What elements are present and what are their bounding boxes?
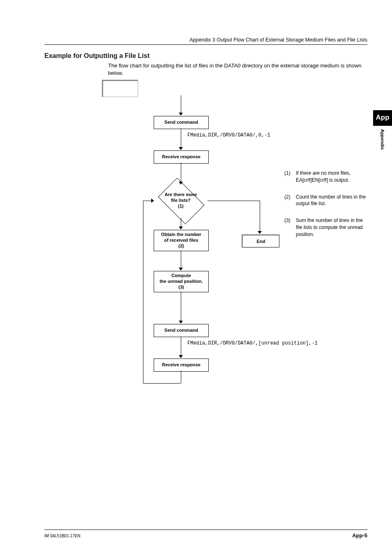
note-num: (1) (284, 170, 296, 184)
flow-code-1: FMedia,DIR,/DRV0/DATA0/,0,-1 (187, 132, 270, 138)
side-tab: App Appendix (373, 110, 392, 151)
connector (181, 95, 181, 113)
flow-receive-response-2: Receive response (154, 358, 209, 372)
connector (181, 218, 181, 227)
arrow-down-icon (179, 147, 183, 150)
note-text: Count the number of lines in the output … (296, 194, 367, 208)
flow-compute: Computethe unread position.(3) (154, 271, 209, 292)
arrow-down-icon (179, 321, 183, 324)
note-num: (2) (284, 194, 296, 208)
flow-notes: (1) If there are no more files, EA[crlf]… (284, 170, 367, 248)
section-intro: The flow chart for outputting the list o… (108, 62, 367, 76)
side-tab-badge: App (373, 110, 392, 126)
page-footer: IM 04L51B01-17EN App-5 (44, 530, 367, 539)
note-text: Sum the number of lines in the file list… (296, 217, 367, 238)
flow-send-command-2: Send command (154, 324, 209, 337)
connector (143, 201, 151, 201)
flow-note: (3) Sum the number of lines in the file … (284, 217, 367, 238)
side-tab-label: Appendix (380, 129, 385, 150)
flow-decision (158, 178, 204, 224)
connector (208, 201, 260, 201)
connector (181, 250, 181, 268)
flow-end: End (242, 234, 279, 247)
note-num: (3) (284, 217, 296, 238)
arrow-right-icon (151, 199, 154, 203)
flow-code-2: FMedia,DIR,/DRV0/DATA0/,[unread position… (187, 340, 318, 346)
connector (260, 201, 260, 231)
connector (143, 383, 181, 384)
flow-obtain: Obtain the numberof received files(2) (154, 230, 209, 251)
connector (143, 201, 143, 383)
connector (181, 336, 181, 355)
arrow-down-icon (258, 231, 262, 234)
arrow-down-icon (179, 268, 183, 271)
flow-note: (1) If there are no more files, EA[crlf]… (284, 170, 367, 184)
connector (181, 291, 181, 321)
arrow-down-icon (179, 355, 183, 358)
arrow-down-icon (179, 113, 183, 116)
connector (181, 128, 181, 147)
connector (181, 371, 181, 383)
note-text: If there are no more files, EA[crlf]EN[c… (296, 170, 367, 184)
footer-left: IM 04L51B01-17EN (44, 534, 81, 538)
arrow-down-icon (179, 227, 183, 229)
connector (181, 163, 181, 182)
flow-send-command-1: Send command (154, 116, 209, 129)
flow-note: (2) Count the number of lines in the out… (284, 194, 367, 208)
section-title: Example for Outputting a File List (44, 52, 367, 60)
flow-start (102, 80, 138, 97)
flowchart-container: Send command FMedia,DIR,/DRV0/DATA0/,0,-… (102, 80, 367, 400)
flow-receive-response-1: Receive response (154, 150, 209, 164)
header-breadcrumb: Appendix 3 Output Flow Chart of External… (44, 37, 367, 45)
footer-page-number: App-5 (352, 532, 367, 539)
